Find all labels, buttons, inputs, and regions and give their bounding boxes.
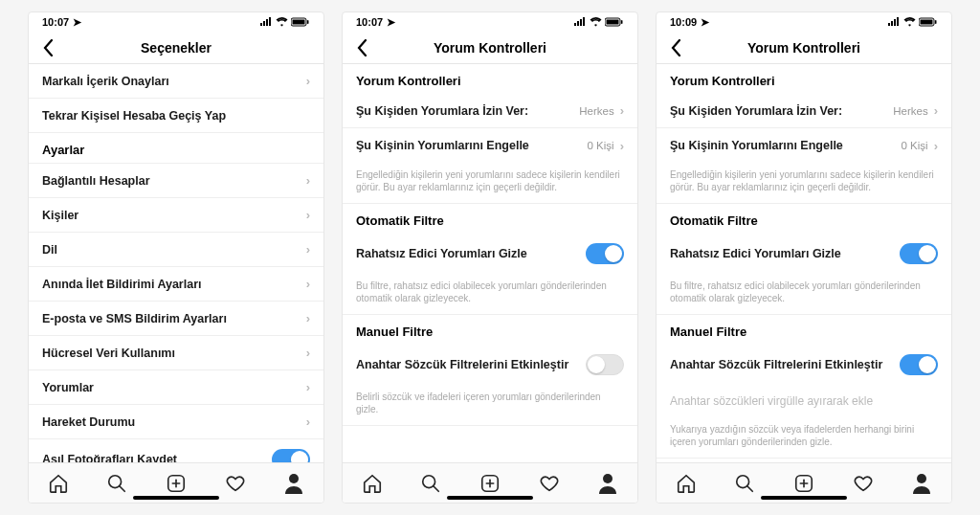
- add-post-icon[interactable]: [166, 473, 187, 494]
- phone-screen-1: 10:07 ➤ Seçenekler Markalı İçerik Onayla…: [28, 11, 324, 504]
- list-row[interactable]: Dil›: [29, 233, 323, 267]
- search-icon[interactable]: [420, 473, 441, 494]
- auto-filter-row: Rahatsız Edici Yorumları Gizle: [343, 234, 637, 274]
- block-comments-row[interactable]: Şu Kişinin Yorumlarını Engelle 0 Kişi ›: [657, 128, 951, 163]
- block-comments-row[interactable]: Şu Kişinin Yorumlarını Engelle 0 Kişi ›: [343, 128, 637, 163]
- row-value: Herkes: [579, 105, 613, 117]
- location-icon: ➤: [73, 16, 81, 29]
- profile-icon[interactable]: [911, 473, 932, 494]
- svg-line-4: [120, 485, 125, 491]
- help-text: Bu filtre, rahatsız edici olabilecek yor…: [657, 274, 951, 315]
- allow-comments-row[interactable]: Şu Kişiden Yorumlara İzin Ver: Herkes ›: [343, 94, 637, 128]
- list-row[interactable]: Hücresel Veri Kullanımı›: [29, 336, 323, 370]
- heart-icon[interactable]: [853, 473, 874, 494]
- back-button[interactable]: [352, 38, 371, 57]
- keyword-filter-toggle[interactable]: [900, 354, 938, 375]
- list-row[interactable]: Hareket Durumu›: [29, 405, 323, 439]
- nav-bar: Yorum Kontrolleri: [657, 32, 951, 64]
- keyword-input[interactable]: Anahtar sözcükleri virgülle ayırarak ekl…: [657, 385, 951, 417]
- section-heading: Otomatik Filtre: [343, 204, 637, 234]
- row-value: 0 Kişi: [588, 140, 614, 151]
- help-text: Engellediğin kişilerin yeni yorumlarını …: [343, 163, 637, 204]
- manual-filter-row: Anahtar Sözcük Filtrelerini Etkinleştir: [343, 345, 637, 385]
- section-heading: Manuel Filtre: [657, 315, 951, 345]
- hide-offensive-toggle[interactable]: [900, 243, 938, 264]
- section-header-ayarlar: Ayarlar: [29, 133, 323, 164]
- list-row[interactable]: E-posta ve SMS Bildirim Ayarları›: [29, 302, 323, 336]
- svg-line-13: [434, 485, 439, 491]
- svg-rect-19: [921, 20, 933, 25]
- hide-offensive-toggle[interactable]: [586, 243, 624, 264]
- help-text: Bu filtre, rahatsız edici olabilecek yor…: [343, 274, 637, 315]
- page-title: Yorum Kontrolleri: [434, 40, 546, 56]
- status-icons: [573, 17, 624, 27]
- row-label: Hareket Durumu: [42, 415, 306, 429]
- row-label: Şu Kişinin Yorumlarını Engelle: [670, 139, 902, 152]
- phone-screen-3: 10:09 ➤ Yorum Kontrolleri Yorum Kontroll…: [656, 11, 952, 504]
- home-indicator: [133, 496, 219, 500]
- row-label: Rahatsız Edici Yorumları Gizle: [356, 247, 586, 260]
- svg-rect-10: [607, 20, 619, 25]
- chevron-right-icon: ›: [306, 174, 310, 187]
- back-button[interactable]: [38, 38, 57, 57]
- svg-point-26: [917, 474, 926, 483]
- location-icon: ➤: [387, 16, 395, 29]
- chevron-right-icon: ›: [306, 209, 310, 221]
- chevron-right-icon: ›: [934, 104, 938, 117]
- list-row[interactable]: Yorumlar›: [29, 370, 323, 405]
- heart-icon[interactable]: [539, 473, 560, 494]
- add-post-icon[interactable]: [479, 473, 501, 494]
- row-label: Şu Kişiden Yorumlara İzin Ver:: [670, 104, 893, 118]
- keyword-filter-toggle[interactable]: [586, 354, 624, 375]
- page-title: Seçenekler: [141, 40, 212, 56]
- help-text: Yukarıya yazdığın sözcük veya ifadelerde…: [657, 417, 951, 459]
- list-row[interactable]: Kişiler›: [29, 198, 323, 233]
- row-value: 0 Kişi: [902, 140, 928, 151]
- status-icons: [887, 17, 938, 27]
- section-heading: Yorum Kontrolleri: [343, 64, 637, 94]
- tab-bar: [343, 462, 637, 503]
- search-icon[interactable]: [734, 473, 755, 494]
- row-label: Markalı İçerik Onayları: [42, 75, 306, 88]
- list-row[interactable]: Anında İlet Bildirimi Ayarları›: [29, 267, 323, 302]
- nav-bar: Yorum Kontrolleri: [343, 32, 637, 64]
- phone-screen-2: 10:07 ➤ Yorum Kontrolleri Yorum Kontroll…: [342, 11, 638, 504]
- chevron-right-icon: ›: [306, 243, 310, 256]
- search-icon[interactable]: [106, 473, 127, 494]
- row-label: E-posta ve SMS Bildirim Ayarları: [42, 312, 306, 325]
- row-label: Yorumlar: [42, 381, 306, 394]
- status-time: 10:07: [356, 16, 383, 28]
- svg-line-22: [747, 485, 753, 491]
- list-row[interactable]: Markalı İçerik Onayları ›: [29, 64, 323, 99]
- svg-rect-1: [293, 20, 305, 25]
- chevron-right-icon: ›: [620, 140, 624, 152]
- status-icons: [259, 17, 310, 27]
- home-icon[interactable]: [48, 473, 69, 494]
- chevron-right-icon: ›: [934, 140, 938, 152]
- chevron-right-icon: ›: [306, 75, 310, 87]
- chevron-right-icon: ›: [306, 381, 310, 393]
- back-button[interactable]: [666, 38, 685, 57]
- heart-icon[interactable]: [225, 473, 246, 494]
- allow-comments-row[interactable]: Şu Kişiden Yorumlara İzin Ver: Herkes ›: [657, 94, 951, 128]
- content-area[interactable]: Yorum Kontrolleri Şu Kişiden Yorumlara İ…: [343, 64, 637, 462]
- chevron-right-icon: ›: [306, 415, 310, 428]
- chevron-right-icon: ›: [306, 312, 310, 325]
- content-area[interactable]: Yorum Kontrolleri Şu Kişiden Yorumlara İ…: [657, 64, 951, 462]
- section-heading: Otomatik Filtre: [657, 204, 951, 234]
- svg-rect-11: [621, 20, 623, 24]
- list-row[interactable]: Bağlantılı Hesaplar›: [29, 164, 323, 198]
- list-row[interactable]: Tekrar Kişisel Hesaba Geçiş Yap: [29, 99, 323, 133]
- location-icon: ➤: [701, 16, 709, 29]
- row-label: Anında İlet Bildirimi Ayarları: [42, 278, 306, 291]
- section-heading: Yorum Kontrolleri: [657, 64, 951, 94]
- row-value: Herkes: [893, 105, 927, 117]
- home-icon[interactable]: [362, 473, 383, 494]
- content-area[interactable]: Markalı İçerik Onayları › Tekrar Kişisel…: [29, 64, 323, 462]
- profile-icon[interactable]: [597, 473, 618, 494]
- profile-icon[interactable]: [283, 473, 304, 494]
- save-original-toggle[interactable]: [272, 449, 310, 462]
- add-post-icon[interactable]: [793, 473, 814, 494]
- row-label: Bağlantılı Hesaplar: [42, 174, 306, 188]
- home-icon[interactable]: [676, 473, 697, 494]
